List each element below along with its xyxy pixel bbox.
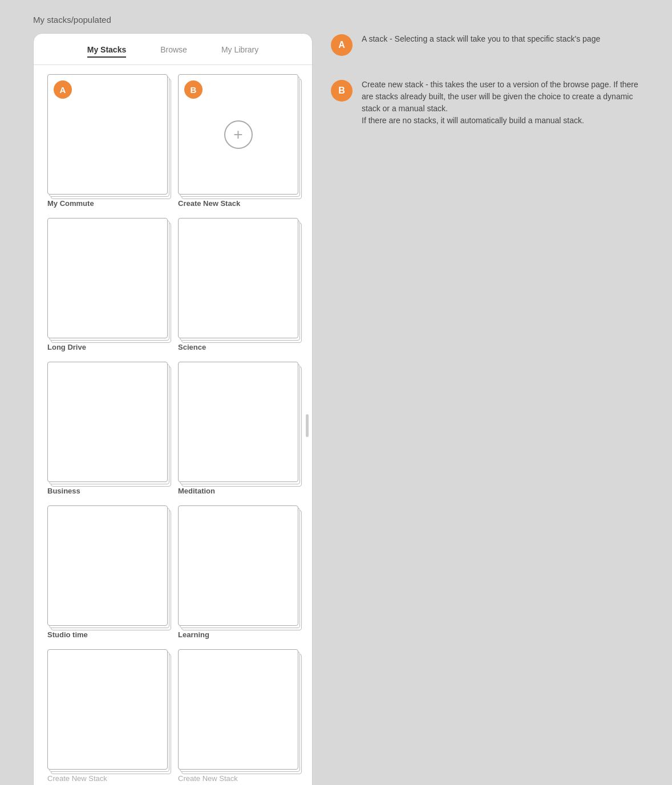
tab-my-library[interactable]: My Library [221, 45, 258, 58]
paper-front: A [47, 74, 168, 195]
stack-card-create-new-3[interactable]: Create New Stack [178, 649, 298, 783]
card-label-create-new-3: Create New Stack [178, 774, 298, 783]
paper-front [178, 649, 298, 770]
stack-paper [178, 362, 298, 482]
stack-paper [178, 218, 298, 338]
annotation-text-a: A stack - Selecting a stack will take yo… [362, 33, 600, 45]
paper-front [47, 649, 168, 770]
annotation-panel: A A stack - Selecting a stack will take … [331, 33, 639, 149]
card-label-business: Business [47, 487, 168, 495]
card-label-long-drive: Long Drive [47, 343, 168, 351]
stack-card-my-commute[interactable]: A My Commute [47, 74, 168, 208]
tabs: My Stacks Browse My Library [34, 34, 312, 65]
annotation-text-b: Create new stack - this takes the user t… [362, 79, 639, 127]
badge-b: B [184, 80, 203, 99]
paper-front [178, 505, 298, 626]
stack-card-long-drive[interactable]: Long Drive [47, 218, 168, 351]
card-label-studio-time: Studio time [47, 630, 168, 639]
stack-paper [47, 649, 168, 770]
paper-front [178, 362, 298, 482]
annotation-badge-b: B [331, 80, 353, 102]
card-label-meditation: Meditation [178, 487, 298, 495]
paper-front [47, 505, 168, 626]
stack-card-create-new-2[interactable]: Create New Stack [47, 649, 168, 783]
stack-grid: A My Commute B + Create New Stack [34, 74, 312, 783]
card-label-learning: Learning [178, 630, 298, 639]
paper-front [47, 362, 168, 482]
left-panel: My Stacks Browse My Library A My Commute… [33, 33, 313, 785]
scrollbar[interactable] [306, 414, 309, 437]
card-label-create-new-2: Create New Stack [47, 774, 168, 783]
badge-a: A [54, 80, 72, 99]
card-label-my-commute: My Commute [47, 199, 168, 208]
stack-paper [178, 505, 298, 626]
page-title: My stacks/populated [33, 15, 111, 25]
tab-my-stacks[interactable]: My Stacks [87, 45, 126, 58]
annotation-a: A A stack - Selecting a stack will take … [331, 33, 639, 56]
stack-paper [178, 649, 298, 770]
paper-front [178, 218, 298, 338]
stack-paper: B + [178, 74, 298, 195]
card-label-create-new-1: Create New Stack [178, 199, 298, 208]
stack-card-meditation[interactable]: Meditation [178, 362, 298, 495]
plus-icon: + [224, 120, 253, 149]
tab-browse[interactable]: Browse [160, 45, 187, 58]
paper-front [47, 218, 168, 338]
stack-card-science[interactable]: Science [178, 218, 298, 351]
stack-paper [47, 218, 168, 338]
stack-paper [47, 505, 168, 626]
stack-card-create-new-1[interactable]: B + Create New Stack [178, 74, 298, 208]
annotation-b: B Create new stack - this takes the user… [331, 79, 639, 127]
annotation-badge-a: A [331, 34, 353, 56]
stack-card-studio-time[interactable]: Studio time [47, 505, 168, 639]
stack-paper [47, 362, 168, 482]
stack-card-business[interactable]: Business [47, 362, 168, 495]
stack-paper: A [47, 74, 168, 195]
paper-front: B + [178, 74, 298, 195]
card-label-science: Science [178, 343, 298, 351]
stack-card-learning[interactable]: Learning [178, 505, 298, 639]
